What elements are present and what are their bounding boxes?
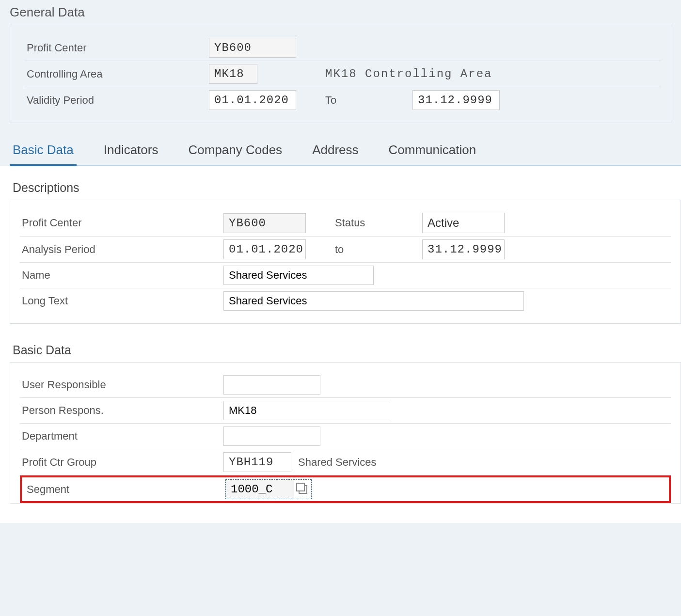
profit-ctr-group-desc: Shared Services — [298, 456, 376, 469]
analysis-to-label: to — [335, 243, 422, 256]
validity-period-label: Validity Period — [25, 94, 209, 107]
profit-ctr-group-value: YBH119 — [223, 452, 291, 472]
tab-address[interactable]: Address — [309, 138, 361, 166]
descriptions-panel: Profit Center YB600 Status Active Analys… — [10, 200, 681, 324]
profit-center-label: Profit Center — [25, 42, 209, 54]
status-value: Active — [422, 213, 505, 233]
validity-to-label: To — [325, 94, 412, 107]
basic-data-subtitle: Basic Data — [10, 338, 681, 362]
department-label: Department — [20, 430, 223, 442]
tab-communication[interactable]: Communication — [386, 138, 479, 166]
profit-center-value: YB600 — [209, 38, 296, 58]
status-label: Status — [335, 217, 422, 229]
descriptions-title: Descriptions — [10, 176, 681, 200]
controlling-area-value: MK18 — [209, 64, 257, 84]
person-respons-label: Person Respons. — [20, 404, 223, 417]
segment-input[interactable] — [226, 480, 294, 499]
general-data-panel: Profit Center YB600 Controlling Area MK1… — [10, 25, 671, 123]
tab-content: Descriptions Profit Center YB600 Status … — [0, 166, 681, 523]
segment-value-help-wrap — [225, 479, 312, 499]
tab-basic-data[interactable]: Basic Data — [10, 138, 77, 166]
segment-label: Segment — [25, 483, 225, 496]
controlling-area-description: MK18 Controlling Area — [325, 67, 492, 80]
user-responsible-label: User Responsible — [20, 379, 223, 391]
desc-profit-center-value: YB600 — [223, 213, 306, 233]
validity-from-value: 01.01.2020 — [209, 90, 296, 110]
department-input[interactable] — [223, 426, 320, 446]
analysis-from-value: 01.01.2020 — [223, 239, 306, 259]
value-help-icon — [299, 485, 307, 494]
tab-indicators[interactable]: Indicators — [101, 138, 161, 166]
name-input[interactable] — [223, 266, 374, 285]
segment-value-help-button[interactable] — [294, 480, 311, 499]
analysis-to-value: 31.12.9999 — [422, 239, 505, 259]
tab-company-codes[interactable]: Company Codes — [185, 138, 285, 166]
validity-to-value: 31.12.9999 — [412, 90, 500, 110]
controlling-area-label: Controlling Area — [25, 68, 209, 80]
basic-data-panel: User Responsible Person Respons. Departm… — [10, 362, 681, 504]
person-respons-input[interactable] — [223, 401, 388, 420]
desc-profit-center-label: Profit Center — [20, 217, 223, 229]
long-text-input[interactable] — [223, 291, 524, 311]
long-text-label: Long Text — [20, 295, 223, 307]
profit-ctr-group-label: Profit Ctr Group — [20, 456, 223, 469]
name-label: Name — [20, 269, 223, 282]
segment-row-highlighted: Segment — [20, 475, 671, 503]
analysis-period-label: Analysis Period — [20, 243, 223, 256]
tab-strip: Basic Data Indicators Company Codes Addr… — [10, 138, 681, 166]
general-data-title: General Data — [0, 0, 681, 25]
user-responsible-input[interactable] — [223, 375, 320, 395]
